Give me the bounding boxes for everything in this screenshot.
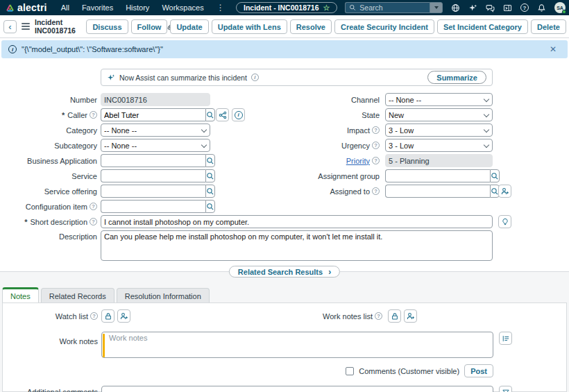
state-label: State (362, 111, 380, 119)
record-pill[interactable]: Incident - INC0018716 (236, 2, 337, 13)
record-number: INC0018716 (35, 27, 76, 35)
required-icon: * (62, 111, 65, 119)
work-notes-textarea[interactable] (101, 332, 493, 358)
update-with-lens-button[interactable]: Update with Lens (212, 19, 287, 34)
record-pill-label: Incident - INC0018716 (244, 3, 319, 12)
follow-button[interactable]: Follow (131, 19, 168, 34)
service-offering-input[interactable] (101, 185, 205, 198)
watch-list-help-icon[interactable] (90, 312, 98, 320)
nav-item-all[interactable]: All (61, 3, 69, 12)
nav-menu: All Favorites History Workspaces (61, 3, 225, 12)
assignment-group-input[interactable] (385, 169, 490, 182)
summarize-button[interactable]: Summarize (427, 71, 486, 84)
configuration-item-input[interactable] (101, 200, 205, 213)
subcategory-label: Subcategory (54, 142, 97, 150)
additional-comments-label: Additional comments (27, 388, 98, 392)
caller-label: Caller (67, 111, 87, 119)
assigned-to-input[interactable] (385, 185, 490, 198)
additional-comments-filter-button[interactable] (499, 386, 512, 392)
tab-related-records[interactable]: Related Records (41, 288, 114, 303)
search-dropdown-button[interactable] (430, 2, 443, 13)
brand-name: alectri (17, 2, 47, 13)
configuration-item-lookup-button[interactable] (205, 200, 215, 213)
now-assist-sparkle-icon[interactable] (468, 3, 477, 12)
service-input[interactable] (101, 169, 205, 182)
agent-panel-icon[interactable] (503, 3, 512, 12)
discuss-button[interactable]: Discuss (86, 19, 128, 34)
delete-button[interactable]: Delete (531, 19, 566, 34)
form-header: Incident INC0018716 Discuss Follow Updat… (0, 15, 569, 38)
post-button[interactable]: Post (464, 364, 493, 377)
comments-checkbox-label: Comments (Customer visible) (359, 367, 459, 375)
category-select[interactable]: -- None -- (101, 123, 210, 137)
brand[interactable]: alectri (6, 2, 47, 13)
create-security-incident-button[interactable]: Create Security Incident (334, 19, 434, 34)
comments-checkbox[interactable] (346, 367, 354, 375)
watch-list-add-me-button[interactable] (117, 309, 130, 323)
urgency-label: Urgency (341, 142, 370, 150)
urgency-help-icon[interactable] (372, 142, 380, 149)
number-field (101, 93, 210, 106)
banner-close-icon[interactable] (550, 44, 561, 54)
back-button[interactable] (3, 20, 17, 33)
assigned-to-label: Assigned to (330, 187, 370, 196)
suggestion-button[interactable] (498, 215, 511, 228)
work-notes-list-add-me-button[interactable] (404, 309, 417, 323)
lock-icon (391, 312, 399, 321)
now-assist-bar: Now Assist can summarize this incident S… (101, 69, 493, 86)
watch-list-lock-button[interactable] (101, 309, 114, 323)
funnel-icon (502, 389, 510, 392)
set-incident-category-button[interactable]: Set Incident Category (437, 19, 528, 34)
caller-help-icon[interactable] (90, 111, 97, 119)
urgency-select[interactable]: 3 - Low (385, 139, 493, 152)
nav-item-workspaces[interactable]: Workspaces (162, 3, 203, 12)
assigned-to-help-icon[interactable] (372, 187, 380, 195)
star-icon[interactable] (323, 3, 330, 12)
business-application-input[interactable] (101, 154, 205, 167)
assign-to-me-button[interactable] (498, 185, 511, 198)
nav-item-history[interactable]: History (126, 3, 149, 12)
configuration-item-help-icon[interactable] (90, 203, 97, 210)
subcategory-select[interactable]: -- None -- (101, 139, 210, 152)
impact-select[interactable]: 3 - Low (385, 123, 493, 137)
nav-more-icon[interactable] (216, 3, 225, 12)
record-type: Incident (35, 19, 76, 27)
resolve-button[interactable]: Resolve (290, 19, 332, 34)
watch-list-label: Watch list (56, 312, 88, 321)
work-notes-list-lock-button[interactable] (388, 309, 401, 323)
tab-resolution-information[interactable]: Resolution Information (117, 288, 210, 303)
chat-icon[interactable] (486, 3, 495, 12)
chevron-right-icon (328, 267, 331, 277)
state-select[interactable]: New (385, 108, 493, 121)
priority-field (385, 154, 493, 167)
context-menu-icon[interactable] (22, 23, 30, 30)
channel-select[interactable]: -- None -- (385, 93, 493, 106)
related-search-results-button[interactable]: Related Search Results (229, 266, 340, 278)
bell-icon[interactable] (537, 3, 546, 12)
impact-help-icon[interactable] (372, 126, 380, 134)
now-assist-info-icon[interactable] (251, 74, 259, 81)
activity-stream-icon (502, 334, 510, 343)
short-description-help-icon[interactable] (90, 218, 97, 225)
additional-comments-textarea[interactable] (101, 386, 493, 392)
description-textarea[interactable]: Can you please help me install photoshop… (101, 230, 493, 261)
short-description-input[interactable] (101, 215, 493, 228)
work-notes-list-help-icon[interactable] (375, 312, 382, 320)
now-assist-message: Now Assist can summarize this incident (119, 74, 247, 82)
nav-item-favorites[interactable]: Favorites (82, 3, 113, 12)
presence-dot (562, 10, 566, 14)
priority-help-icon[interactable] (372, 157, 380, 164)
caller-input[interactable] (101, 108, 205, 121)
globe-icon[interactable] (451, 3, 460, 12)
activity-stream-button[interactable] (499, 332, 512, 345)
update-button[interactable]: Update (170, 19, 208, 34)
avatar[interactable]: SA (554, 2, 566, 13)
tab-notes[interactable]: Notes (2, 287, 39, 303)
notes-tab-panel: Watch list Work notes list Work notes Co… (2, 302, 567, 392)
help-icon[interactable] (520, 3, 529, 12)
priority-label-link[interactable]: Priority (346, 157, 370, 165)
assignment-group-lookup-button[interactable] (490, 169, 500, 182)
search-input[interactable] (359, 3, 426, 12)
person-plus-icon (501, 187, 509, 196)
incident-form: Number Channel -- None -- *Caller State … (0, 93, 569, 263)
